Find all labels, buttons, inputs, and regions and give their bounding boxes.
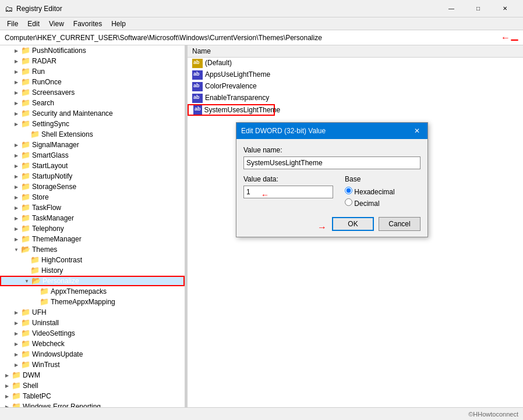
tree-item-run[interactable]: Run: [0, 66, 185, 77]
value-name-input[interactable]: [243, 156, 420, 169]
value-data-input[interactable]: [243, 186, 333, 198]
folder-icon-thememanager: [21, 234, 30, 244]
tree-item-shellextensions[interactable]: Shell Extensions: [0, 129, 185, 140]
table-row-systemuseslighttheme[interactable]: abSystemUsesLightTheme: [188, 104, 523, 116]
tree-item-telephony[interactable]: Telephony: [0, 223, 185, 234]
dialog-close-button[interactable]: ✕: [411, 125, 423, 137]
folder-icon-startupnotify: [21, 172, 30, 181]
tree-item-tabletpc[interactable]: TabletPC: [0, 391, 185, 401]
menu-view[interactable]: View: [44, 19, 69, 29]
tree-item-settingsync[interactable]: SettingSync: [0, 119, 185, 129]
tree-item-dwm[interactable]: DWM: [0, 370, 185, 380]
tree-toggle-windowsupdate[interactable]: [12, 350, 21, 359]
radio-hexadecimal[interactable]: [345, 187, 352, 194]
tree-toggle-run[interactable]: [12, 67, 21, 76]
tree-toggle-radar[interactable]: [12, 56, 21, 66]
tree-item-themeappxmapping[interactable]: ThemeAppxMapping: [0, 297, 185, 307]
base-label: Base: [345, 175, 420, 183]
tree-item-highcontrast[interactable]: HighContrast: [0, 255, 185, 265]
tree-toggle-dwm[interactable]: [2, 371, 12, 380]
tree-toggle-personalize[interactable]: [22, 276, 31, 286]
radio-decimal[interactable]: [345, 198, 352, 206]
tree-item-signalmanager[interactable]: SignalManager: [0, 140, 185, 150]
folder-icon-taskmanager: [21, 213, 30, 223]
tree-item-screensavers[interactable]: Screensavers: [0, 87, 185, 98]
tree-item-appxthemepacks[interactable]: AppxThemepacks: [0, 286, 185, 297]
tree-toggle-windowserrorreporting[interactable]: [2, 402, 12, 407]
tree-toggle-smartglass[interactable]: [12, 151, 21, 160]
tree-toggle-themes[interactable]: [12, 245, 21, 254]
tree-item-windowsupdate[interactable]: WindowsUpdate: [0, 349, 185, 360]
tree-item-runonce[interactable]: RunOnce: [0, 77, 185, 87]
folder-icon-windowserrorreporting: [12, 402, 21, 407]
tree-item-videosettings[interactable]: VideoSettings: [0, 328, 185, 339]
tree-item-wintrust[interactable]: WinTrust: [0, 360, 185, 370]
tree-item-search[interactable]: Search: [0, 98, 185, 108]
tree-item-smartglass[interactable]: SmartGlass: [0, 150, 185, 161]
menu-favorites[interactable]: Favorites: [69, 19, 107, 29]
tree-item-themes[interactable]: Themes: [0, 244, 185, 255]
edit-dword-dialog[interactable]: Edit DWORD (32-bit) Value ✕ Value name: …: [236, 122, 428, 237]
tree-toggle-uninstall[interactable]: [12, 318, 21, 328]
tree-item-windowserrorreporting[interactable]: Windows Error Reporting: [0, 401, 185, 407]
tree-toggle-webcheck[interactable]: [12, 339, 21, 348]
maximize-button[interactable]: □: [465, 0, 492, 17]
tree-label-appxthemepacks: AppxThemepacks: [51, 287, 107, 296]
tree-item-taskflow[interactable]: TaskFlow: [0, 202, 185, 213]
tree-toggle-videosettings[interactable]: [12, 329, 21, 338]
tree-toggle-tabletpc[interactable]: [2, 391, 12, 401]
tree-item-storagesense[interactable]: StorageSense: [0, 181, 185, 192]
cancel-label: Cancel: [388, 220, 410, 228]
tree-item-startupnotify[interactable]: StartupNotify: [0, 171, 185, 181]
folder-icon-run: [21, 67, 30, 76]
tree-toggle-pushnotifications[interactable]: [12, 46, 21, 55]
menu-help[interactable]: Help: [107, 19, 130, 29]
tree-toggle-settingsync[interactable]: [12, 119, 21, 129]
folder-icon-videosettings: [21, 329, 30, 338]
cancel-button[interactable]: Cancel: [379, 217, 420, 231]
table-row-appsuselighttheme[interactable]: abAppsUseLightTheme: [188, 69, 523, 81]
tree-item-thememanager[interactable]: ThemeManager: [0, 234, 185, 244]
tree-toggle-signalmanager[interactable]: [12, 140, 21, 150]
minimize-button[interactable]: —: [438, 0, 465, 17]
tree-item-shell[interactable]: Shell: [0, 380, 185, 391]
tree-toggle-screensavers[interactable]: [12, 88, 21, 97]
tree-toggle-startupnotify[interactable]: [12, 172, 21, 181]
tree-toggle-thememanager[interactable]: [12, 234, 21, 244]
tree-label-shell: Shell: [23, 382, 38, 390]
close-button[interactable]: ✕: [492, 0, 518, 17]
tree-toggle-shell[interactable]: [2, 381, 12, 390]
tree-item-webcheck[interactable]: Webcheck: [0, 339, 185, 349]
table-row-colorprevalence[interactable]: abColorPrevalence: [188, 81, 523, 92]
tree-item-ufh[interactable]: UFH: [0, 307, 185, 318]
tree-toggle-store[interactable]: [12, 193, 21, 202]
folder-icon-uninstall: [21, 318, 30, 328]
tree-item-radar[interactable]: RADAR: [0, 56, 185, 66]
tree-item-uninstall[interactable]: Uninstall: [0, 318, 185, 328]
table-row-enabletransparency[interactable]: abEnableTransparency: [188, 92, 523, 104]
dialog-body: Value name: Value data: ← Base Hexadec: [236, 139, 427, 237]
tree-toggle-taskmanager[interactable]: [12, 213, 21, 223]
tree-item-pushnotifications[interactable]: PushNotifications: [0, 45, 185, 56]
menu-edit[interactable]: Edit: [23, 19, 44, 29]
tree-toggle-search[interactable]: [12, 98, 21, 108]
tree-toggle-taskflow[interactable]: [12, 203, 21, 212]
tree-item-personalize[interactable]: Personalize: [0, 276, 185, 286]
tree-item-history[interactable]: History: [0, 265, 185, 276]
ok-button[interactable]: OK: [332, 217, 374, 231]
tree-toggle-storagesense[interactable]: [12, 182, 21, 191]
tree-toggle-runonce[interactable]: [12, 77, 21, 87]
tree-item-store[interactable]: Store: [0, 192, 185, 202]
tree-label-history: History: [41, 266, 63, 275]
tree-toggle-ufh[interactable]: [12, 308, 21, 317]
table-row-default[interactable]: ab(Default): [188, 58, 523, 70]
tree-item-taskmanager[interactable]: TaskManager: [0, 213, 185, 223]
tree-item-security[interactable]: Security and Maintenance: [0, 108, 185, 119]
tree-toggle-telephony[interactable]: [12, 224, 21, 233]
tree-toggle-security[interactable]: [12, 109, 21, 118]
tree-toggle-startlayout[interactable]: [12, 161, 21, 170]
address-text[interactable]: Computer\HKEY_CURRENT_USER\Software\Micr…: [5, 34, 497, 42]
tree-toggle-wintrust[interactable]: [12, 360, 21, 369]
menu-file[interactable]: File: [2, 19, 23, 29]
tree-item-startlayout[interactable]: StartLayout: [0, 161, 185, 171]
